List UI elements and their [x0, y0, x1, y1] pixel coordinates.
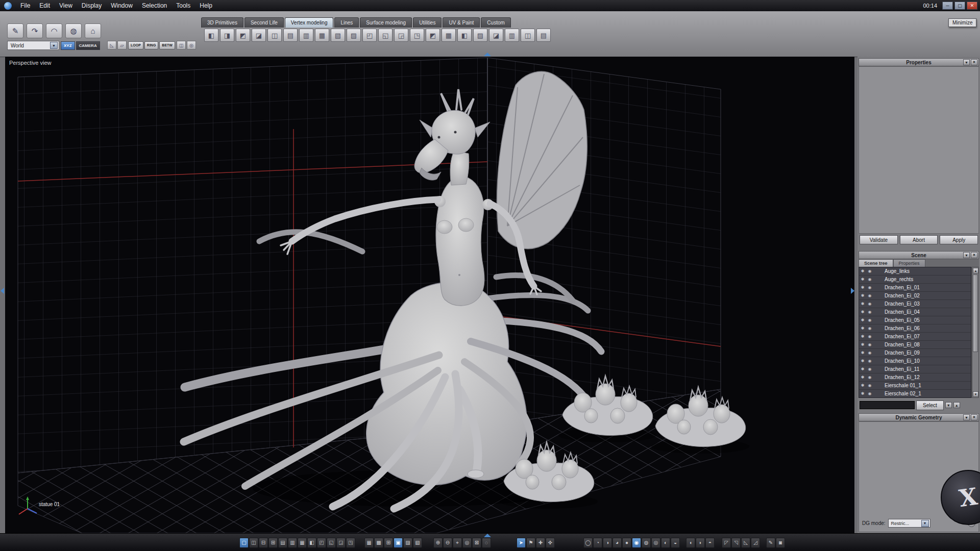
ribbon-tab[interactable]: UV & Paint [443, 17, 480, 28]
collapse-handle-right[interactable] [851, 288, 854, 294]
transform-tool-icon[interactable]: ◍ [65, 23, 82, 38]
ribbon-tab[interactable]: Custom [481, 17, 510, 28]
visibility-eye-icon[interactable]: ◉ [866, 326, 873, 331]
shading-mode-icon[interactable]: ● [622, 538, 631, 548]
modeling-tool-icon[interactable]: ◫ [267, 29, 282, 42]
scene-tree-item[interactable]: ✱ ◉ Drachen_Ei_11 [859, 365, 971, 373]
scene-tree-scrollbar[interactable]: ▲ ▼ [972, 267, 979, 398]
modeling-tool-icon[interactable]: ◲ [394, 29, 408, 42]
modeling-tool-icon[interactable]: ◧ [457, 29, 472, 42]
smoothing-icon[interactable]: ◓ [705, 538, 715, 548]
scene-tree-item[interactable]: ✱ ◉ Drachen_Ei_10 [859, 357, 971, 365]
menu-item[interactable]: Help [195, 0, 217, 11]
shading-mode-icon[interactable]: ◐ [661, 538, 670, 548]
modeling-tool-icon[interactable]: ▤ [283, 29, 298, 42]
list-down-icon[interactable]: ▼ [945, 402, 952, 408]
menu-item[interactable]: Window [106, 0, 137, 11]
viewport-layout-icon[interactable]: ▥ [288, 538, 297, 548]
panel-menu-icon[interactable]: ▼ [963, 252, 970, 258]
transform-tool-icon[interactable]: ◠ [46, 23, 62, 38]
uv-tool-icon[interactable]: ◸ [722, 538, 731, 548]
scene-tree-item[interactable]: ✱ ◉ Auge_rechts [859, 276, 971, 284]
properties-panel-header[interactable]: Properties ▼ ✕ [859, 58, 979, 66]
zoom-tool-icon[interactable]: ◎ [462, 538, 472, 548]
smoothing-icon[interactable]: ◗ [696, 538, 705, 548]
modeling-tool-icon[interactable]: ◩ [236, 29, 250, 42]
scroll-down-icon[interactable]: ▼ [973, 391, 978, 397]
shading-mode-icon[interactable]: ◒ [671, 538, 680, 548]
display-aid-icon[interactable]: ▣ [394, 538, 403, 548]
display-aid-icon[interactable]: ⊞ [384, 538, 393, 548]
world-selector[interactable]: World ▼ [7, 41, 59, 50]
scene-tree-item[interactable]: ✱ ◉ Eierschale 01_1 [859, 382, 971, 390]
scene-tree-item[interactable]: ✱ ◉ Eierschale 02_1 [859, 390, 971, 398]
modeling-tool-icon[interactable]: ▧ [331, 29, 345, 42]
scene-filter-input[interactable] [860, 401, 915, 409]
modeling-tool-icon[interactable]: ▨ [347, 29, 361, 42]
modeling-tool-icon[interactable]: ◰ [362, 29, 377, 42]
scene-panel-tab[interactable]: Properties [893, 259, 925, 267]
pointer-tool-icon[interactable]: ➤ [517, 538, 526, 548]
modeling-tool-icon[interactable]: ▤ [536, 29, 551, 42]
visibility-eye-icon[interactable]: ◉ [866, 269, 873, 273]
scene-panel-header[interactable]: Scene ▼ ✕ [859, 251, 979, 259]
viewport-layout-icon[interactable]: ◳ [346, 538, 355, 548]
pointer-tool-icon[interactable]: ✜ [546, 538, 555, 548]
display-aid-icon[interactable]: ▩ [374, 538, 383, 548]
misc-tool-icon[interactable]: ✎ [766, 538, 775, 548]
axis-mode-button[interactable]: XYZ [61, 41, 75, 50]
collapse-handle-left[interactable] [1, 288, 4, 294]
panel-close-icon[interactable]: ✕ [971, 59, 977, 65]
modeling-tool-icon[interactable]: ◱ [378, 29, 393, 42]
selection-mode-button[interactable]: LOOP [128, 41, 143, 49]
menu-item[interactable]: Edit [35, 0, 55, 11]
modeling-tool-icon[interactable]: ▥ [505, 29, 519, 42]
viewport-layout-icon[interactable]: ⊞ [268, 538, 278, 548]
modeling-tool-icon[interactable]: ◪ [252, 29, 266, 42]
menu-item[interactable]: Selection [137, 0, 172, 11]
modeling-tool-icon[interactable]: ◨ [220, 29, 234, 42]
selection-tool-icon[interactable]: ◫ [177, 41, 186, 49]
selection-tool-icon[interactable]: ◺ [107, 41, 116, 49]
ribbon-tab[interactable]: Utilities [413, 17, 442, 28]
display-aid-icon[interactable]: ▦ [364, 538, 374, 548]
visibility-eye-icon[interactable]: ◉ [866, 359, 873, 363]
menu-item[interactable]: Tools [172, 0, 195, 11]
viewport-layout-icon[interactable]: ◲ [336, 538, 346, 548]
close-button[interactable]: ✕ [967, 2, 977, 10]
shading-mode-icon[interactable]: ◎ [651, 538, 660, 548]
collapse-handle-top[interactable] [484, 53, 491, 56]
scene-tree-item[interactable]: ✱ ◉ Drachen_Ei_03 [859, 300, 971, 308]
modeling-tool-icon[interactable]: ◪ [489, 29, 503, 42]
shading-mode-icon[interactable]: ◑ [603, 538, 612, 548]
uv-tool-icon[interactable]: ◺ [741, 538, 750, 548]
scene-tree-item[interactable]: ✱ ◉ Drachen_Ei_07 [859, 333, 971, 341]
panel-close-icon[interactable]: ✕ [971, 252, 977, 258]
scene-panel-tab[interactable]: Scene tree [859, 259, 893, 267]
visibility-eye-icon[interactable]: ◉ [866, 383, 873, 388]
viewport-layout-icon[interactable]: ◰ [317, 538, 326, 548]
display-aid-icon[interactable]: ▧ [413, 538, 422, 548]
panel-menu-icon[interactable]: ▼ [963, 414, 970, 420]
properties-action-button[interactable]: Apply [940, 235, 978, 244]
zoom-tool-icon[interactable]: ◌ [482, 538, 491, 548]
maximize-button[interactable]: ▢ [954, 2, 965, 10]
zoom-tool-icon[interactable]: ⊖ [443, 538, 452, 548]
uv-tool-icon[interactable]: ◿ [751, 538, 760, 548]
viewport-layout-icon[interactable]: ▢ [239, 538, 249, 548]
pointer-tool-icon[interactable]: ✚ [536, 538, 545, 548]
pointer-tool-icon[interactable]: ⚑ [526, 538, 535, 548]
zoom-tool-icon[interactable]: ⌖ [453, 538, 462, 548]
visibility-eye-icon[interactable]: ◉ [866, 342, 873, 347]
selection-tool-icon[interactable]: ◎ [187, 41, 196, 49]
misc-tool-icon[interactable]: ◙ [776, 538, 785, 548]
ribbon-tab[interactable]: Vertex modeling [285, 17, 334, 28]
scene-tree-item[interactable]: ✱ ◉ Drachen_Ei_02 [859, 292, 971, 300]
modeling-tool-icon[interactable]: ▦ [315, 29, 329, 42]
minimize-button[interactable]: ─ [942, 2, 953, 10]
dynamic-geometry-panel-header[interactable]: Dynamic Geometry ▼ ✕ [859, 413, 979, 421]
properties-action-button[interactable]: Abort [900, 235, 938, 244]
shading-mode-icon[interactable]: ◔ [593, 538, 602, 548]
visibility-eye-icon[interactable]: ◉ [866, 302, 873, 306]
modeling-tool-icon[interactable]: ◩ [426, 29, 440, 42]
